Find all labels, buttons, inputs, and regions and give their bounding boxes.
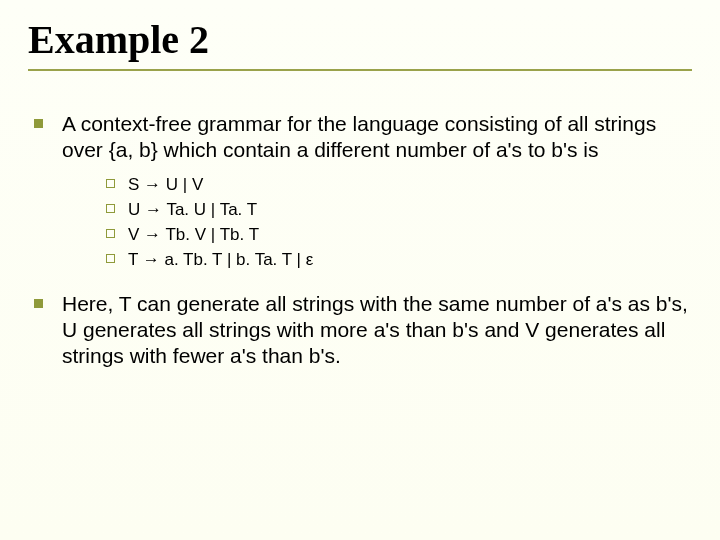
grammar-rule: T → a. Tb. T | b. Ta. T | ε	[102, 249, 692, 270]
bullet-list: A context-free grammar for the language …	[28, 111, 692, 369]
slide-title: Example 2	[28, 16, 692, 63]
grammar-rule: U → Ta. U | Ta. T	[102, 199, 692, 220]
bullet-explanation-text: Here, T can generate all strings with th…	[62, 292, 688, 368]
grammar-rules-list: S → U | V U → Ta. U | Ta. T V → Tb. V | …	[102, 174, 692, 271]
grammar-rule-text: S → U | V	[128, 175, 203, 194]
slide-body: A context-free grammar for the language …	[28, 111, 692, 369]
title-underline	[28, 69, 692, 71]
grammar-rule: V → Tb. V | Tb. T	[102, 224, 692, 245]
slide: Example 2 A context-free grammar for the…	[0, 0, 720, 540]
bullet-intro-text: A context-free grammar for the language …	[62, 112, 656, 161]
grammar-rule-text: V → Tb. V | Tb. T	[128, 225, 259, 244]
bullet-explanation: Here, T can generate all strings with th…	[28, 291, 692, 370]
grammar-rule-text: T → a. Tb. T | b. Ta. T | ε	[128, 250, 313, 269]
bullet-intro: A context-free grammar for the language …	[28, 111, 692, 271]
grammar-rule-text: U → Ta. U | Ta. T	[128, 200, 257, 219]
grammar-rule: S → U | V	[102, 174, 692, 195]
